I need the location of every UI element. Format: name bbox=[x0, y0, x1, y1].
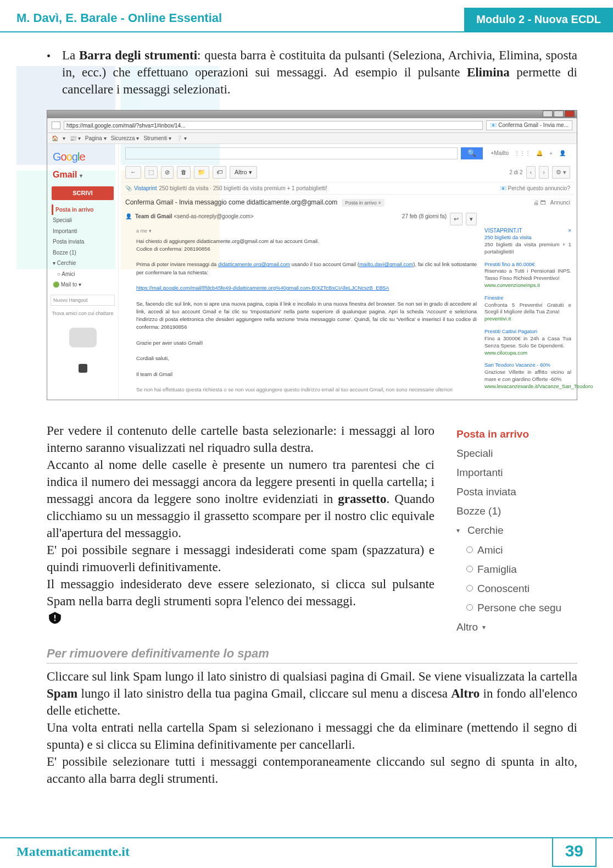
plus-icon[interactable]: ＋ bbox=[548, 150, 554, 157]
hangout-icon bbox=[69, 328, 97, 347]
nav-inbox[interactable]: Posta in arrivo bbox=[52, 204, 114, 215]
tb-delete-button[interactable]: 🗑 bbox=[177, 166, 191, 179]
gmail-main: 🔍 +Mailto ⋮⋮⋮ 🔔 ＋ 👤 ← ⬚ ⊘ 🗑 bbox=[119, 144, 577, 400]
nav-starred[interactable]: Speciali bbox=[52, 215, 114, 226]
spam-removal-text: Cliccare sul link Spam lungo il lato sin… bbox=[0, 668, 613, 787]
mail-subject: Conferma Gmail - Invia messaggio come di… bbox=[121, 195, 575, 210]
side-important[interactable]: Importanti bbox=[456, 463, 577, 482]
window-min-button[interactable] bbox=[543, 110, 553, 117]
plus-user[interactable]: +Mailto bbox=[491, 150, 509, 157]
main-paragraphs: Per vedere il contenuto delle cartelle b… bbox=[47, 422, 434, 627]
radio-icon bbox=[466, 604, 473, 611]
tb-archive-button[interactable]: ⬚ bbox=[144, 166, 158, 179]
mail-label[interactable]: Posta in arrivo × bbox=[342, 199, 384, 207]
pager-prev[interactable]: ‹ bbox=[526, 166, 536, 179]
side-more[interactable]: Altro ▾ bbox=[456, 617, 577, 637]
side-circles[interactable]: ▾Cerchie bbox=[456, 521, 577, 540]
side-starred[interactable]: Speciali bbox=[456, 444, 577, 463]
menu-strumenti[interactable]: Strumenti ▾ bbox=[143, 135, 171, 142]
spam-warning-icon bbox=[47, 610, 63, 626]
ads-column: VISTAPRINT.IT× 250 biglietti da visita 2… bbox=[481, 211, 575, 400]
side-friends[interactable]: Amici bbox=[456, 540, 577, 560]
side-inbox[interactable]: Posta in arrivo bbox=[456, 424, 577, 444]
page-footer: Matematicamente.it 39 bbox=[0, 837, 613, 867]
phone-icon[interactable] bbox=[49, 357, 116, 373]
footer-site: Matematicamente.it bbox=[0, 839, 552, 867]
hangout-new[interactable]: Nuovo Hangout bbox=[51, 295, 115, 306]
header-authors: M. Davì, E. Barale - Online Essential bbox=[0, 8, 464, 31]
ad-link[interactable]: Finestre bbox=[484, 295, 571, 302]
window-titlebar bbox=[47, 110, 577, 118]
menu-pagina[interactable]: Pagina ▾ bbox=[85, 135, 107, 142]
browser-toolbar: 🏠 ▾ 📰 ▾ Pagina ▾ Sicurezza ▾ Strumenti ▾… bbox=[47, 133, 577, 145]
browser-tab[interactable]: 📧 Conferma Gmail - Invia me... bbox=[486, 120, 572, 130]
radio-icon bbox=[466, 546, 473, 553]
gmail-brand[interactable]: Gmail ▾ bbox=[49, 167, 116, 183]
nav-mailto[interactable]: 🟢 Mail to ▾ bbox=[52, 279, 114, 290]
more-button[interactable]: ▾ bbox=[466, 213, 477, 225]
google-logo: Google bbox=[49, 147, 116, 167]
avatar-icon[interactable]: 👤 bbox=[559, 150, 566, 157]
side-sent[interactable]: Posta inviata bbox=[456, 482, 577, 501]
search-input[interactable] bbox=[125, 147, 458, 159]
promo-row[interactable]: 📎 Vistaprint 250 biglietti da visita · 2… bbox=[121, 183, 575, 195]
window-max-button[interactable] bbox=[554, 110, 564, 117]
page-header: M. Davì, E. Barale - Online Essential Mo… bbox=[0, 0, 613, 32]
browser-url-row: https://mail.google.com/mail/?shva=1#inb… bbox=[47, 118, 577, 133]
ad-link[interactable]: 250 biglietti da visita bbox=[484, 234, 571, 241]
gmail-left-col: Google Gmail ▾ SCRIVI Posta in arrivo Sp… bbox=[47, 144, 119, 400]
browser-url-input[interactable]: https://mail.google.com/mail/?shva=1#inb… bbox=[64, 121, 483, 130]
bullet-icon: • bbox=[47, 47, 62, 98]
mail-to: a me ▾ bbox=[121, 228, 481, 235]
radio-icon bbox=[466, 585, 473, 591]
confirm-link[interactable]: https://mail.google.com/mail/f/fdcb45fe4… bbox=[136, 285, 389, 291]
gmail-screenshot: https://mail.google.com/mail/?shva=1#inb… bbox=[47, 110, 577, 400]
search-button[interactable]: 🔍 bbox=[461, 147, 483, 159]
nav-circles[interactable]: ▾ Cerchie bbox=[52, 258, 114, 269]
bell-icon[interactable]: 🔔 bbox=[536, 150, 543, 157]
ad-link[interactable]: Prestiti fino a 80.000€ bbox=[484, 261, 571, 268]
gmail-toolbar: ← ⬚ ⊘ 🗑 📁 🏷 Altro ▾ 2 di 2 ‹ › ⚙ ▾ bbox=[121, 163, 575, 183]
pager: 2 di 2 ‹ › ⚙ ▾ bbox=[509, 166, 570, 179]
sidebar-folders: Posta in arrivo Speciali Importanti Post… bbox=[456, 422, 577, 637]
tb-move-button[interactable]: 📁 bbox=[194, 166, 209, 179]
ad-link[interactable]: San Teodoro Vacanze - 60% bbox=[484, 362, 571, 369]
menu-sicurezza[interactable]: Sicurezza ▾ bbox=[111, 135, 140, 142]
ad-link[interactable]: Prestiti Cattivi Pagatori bbox=[484, 328, 571, 335]
nav-sent[interactable]: Posta inviata bbox=[52, 236, 114, 247]
footer-page-number: 39 bbox=[552, 838, 597, 867]
reply-button[interactable]: ↩ bbox=[450, 213, 462, 225]
mail-from: 👤 Team di Gmail <send-as-noreply@google.… bbox=[121, 211, 481, 228]
pager-next[interactable]: › bbox=[539, 166, 549, 179]
nav-friends[interactable]: ○ Amici bbox=[52, 269, 114, 280]
section-heading: Per rimuovere definitivamente lo spam bbox=[47, 637, 577, 664]
gear-icon[interactable]: ⚙ ▾ bbox=[552, 166, 570, 179]
apps-icon[interactable]: ⋮⋮⋮ bbox=[514, 150, 531, 157]
nav-drafts[interactable]: Bozze (1) bbox=[52, 247, 114, 258]
compose-button[interactable]: SCRIVI bbox=[52, 186, 114, 200]
tb-more-button[interactable]: Altro ▾ bbox=[230, 166, 257, 179]
mail-body: Hai chiesto di aggiungere didatticamente… bbox=[121, 235, 481, 400]
home-icon[interactable]: 🏠 bbox=[52, 135, 58, 142]
header-module: Modulo 2 - Nuova ECDL bbox=[464, 8, 613, 31]
ad-close-icon[interactable]: × bbox=[568, 227, 571, 235]
browser-back-button[interactable] bbox=[52, 121, 60, 129]
side-known[interactable]: Conoscenti bbox=[456, 579, 577, 598]
chevron-down-icon: ▾ bbox=[482, 621, 489, 633]
hangout-area bbox=[49, 318, 116, 357]
hangout-hint: Trova amici con cui chattare bbox=[49, 309, 116, 318]
tb-spam-button[interactable]: ⊘ bbox=[161, 166, 174, 179]
tb-labels-button[interactable]: 🏷 bbox=[213, 166, 226, 179]
chevron-down-icon: ▾ bbox=[456, 524, 463, 537]
radio-icon bbox=[466, 566, 473, 572]
tb-back-button[interactable]: ← bbox=[125, 166, 141, 179]
bullet-item: • La Barra degli strumenti: questa barra… bbox=[47, 47, 577, 98]
nav-important[interactable]: Importanti bbox=[52, 226, 114, 237]
side-follow[interactable]: Persone che segu bbox=[456, 598, 577, 617]
side-drafts[interactable]: Bozze (1) bbox=[456, 501, 577, 521]
window-close-button[interactable] bbox=[565, 110, 575, 117]
side-family[interactable]: Famiglia bbox=[456, 560, 577, 579]
